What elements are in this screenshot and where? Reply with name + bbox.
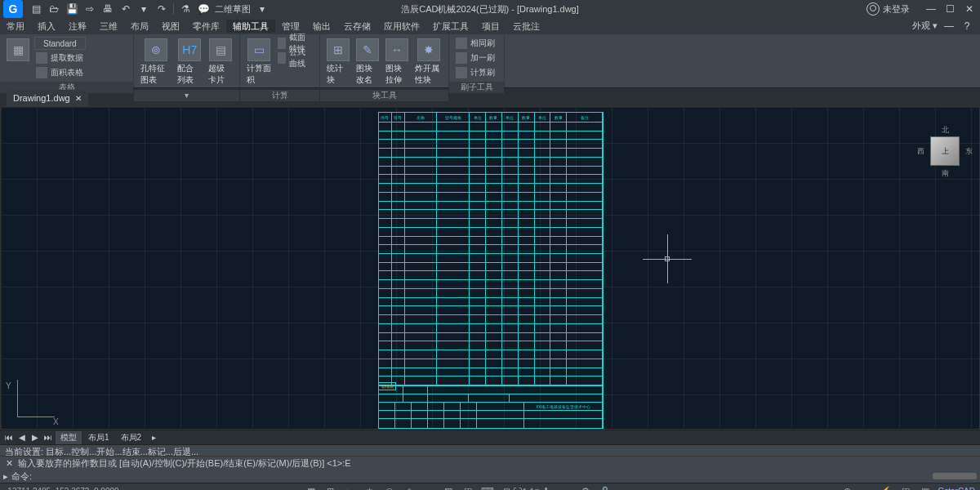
avatar-icon bbox=[866, 2, 880, 16]
print-icon[interactable]: 🖶 bbox=[101, 2, 114, 16]
layout2-tab[interactable]: 布局2 bbox=[116, 431, 147, 444]
table-button[interactable]: ▦ bbox=[5, 37, 31, 63]
ribbon-tab[interactable]: 三维 bbox=[93, 20, 124, 33]
ribbon-tab[interactable]: 项目 bbox=[475, 20, 506, 33]
hole-chart-button[interactable]: ⊚孔特征图表 bbox=[139, 37, 172, 87]
workspace-icon[interactable]: ⚗ bbox=[179, 2, 192, 16]
ribbon-minimize-icon[interactable]: — bbox=[942, 20, 956, 33]
fit-list-button[interactable]: H7配合列表 bbox=[176, 37, 203, 87]
login-status[interactable]: 未登录 bbox=[866, 2, 910, 16]
add-one-brush-button[interactable]: 加一刷 bbox=[454, 51, 497, 65]
workspace-switch-icon[interactable]: ⚙ bbox=[578, 485, 593, 491]
performance-icon[interactable]: ⚡ bbox=[879, 485, 893, 491]
table-style-select[interactable]: Standard bbox=[34, 37, 86, 50]
scale-readout[interactable]: ⛶ 1:1 ▾ bbox=[519, 485, 534, 491]
formula-curve-button[interactable]: 公式曲线 bbox=[276, 51, 314, 65]
close-button[interactable]: ✕ bbox=[965, 3, 977, 15]
sketch-mode-label[interactable]: 二维草图 bbox=[215, 3, 251, 16]
undo-icon[interactable]: ↶ bbox=[119, 2, 132, 16]
ribbon-tab[interactable]: 管理 bbox=[275, 20, 306, 33]
block-rename-button[interactable]: ✎图块改名 bbox=[354, 37, 381, 87]
ribbon-tabs: 常用插入注释三维布局视图零件库辅助工具管理输出云存储应用软件扩展工具项目云批注 … bbox=[0, 18, 980, 34]
maximize-button[interactable]: ☐ bbox=[946, 3, 957, 15]
isolate-icon[interactable]: ◫ bbox=[898, 485, 913, 491]
ribbon-tab[interactable]: 布局 bbox=[124, 20, 155, 33]
drawing-canvas[interactable]: 序号符号名称型号规格单位数量单位数量单位数量备注 XX电工电器设备监督技术中心 … bbox=[0, 106, 980, 430]
lock-ui-icon[interactable]: 🔒 bbox=[598, 485, 612, 491]
dropdown-icon[interactable]: ▾ bbox=[256, 2, 269, 16]
viewcube-east[interactable]: 东 bbox=[965, 146, 973, 157]
snap-toggle-icon[interactable]: ⊞ bbox=[323, 485, 338, 491]
view-cube-face[interactable]: 上 bbox=[930, 136, 960, 166]
lineweight-toggle-icon[interactable]: ≡ bbox=[421, 485, 436, 491]
ribbon-tab[interactable]: 插入 bbox=[31, 20, 62, 33]
view-cube[interactable]: 上 北 南 西 东 bbox=[920, 127, 969, 176]
dynamic-input-icon[interactable]: ⌨ bbox=[480, 485, 495, 491]
help-icon[interactable]: ? bbox=[960, 20, 973, 33]
brand-label: GstarCAD bbox=[938, 487, 975, 490]
otrack-toggle-icon[interactable]: ◈ bbox=[402, 485, 416, 491]
ortho-toggle-icon[interactable]: ∟ bbox=[343, 485, 358, 491]
explode-attr-block-button[interactable]: ✸炸开属性块 bbox=[413, 37, 443, 87]
extract-data-button[interactable]: 提取数据 bbox=[34, 51, 86, 65]
add-layout-icon[interactable]: ▸ bbox=[148, 433, 159, 442]
ribbon-tab[interactable]: 零件库 bbox=[186, 20, 226, 33]
area-table-button[interactable]: 面积表格 bbox=[34, 66, 86, 79]
ribbon-tab[interactable]: 应用软件 bbox=[377, 20, 426, 33]
ribbon-tab[interactable]: 常用 bbox=[0, 20, 31, 33]
command-input[interactable] bbox=[35, 471, 977, 481]
cloud-icon[interactable]: ☁ bbox=[859, 485, 874, 491]
viewcube-north[interactable]: 北 bbox=[942, 125, 949, 136]
transparency-toggle-icon[interactable]: ▨ bbox=[441, 485, 456, 491]
ribbon-tab[interactable]: 输出 bbox=[306, 20, 337, 33]
redo-dropdown-icon[interactable]: ▾ bbox=[137, 2, 150, 16]
grid-toggle-icon[interactable]: ▦ bbox=[304, 485, 318, 491]
model-space-icon[interactable]: ◻ bbox=[500, 485, 514, 491]
osnap-toggle-icon[interactable]: ◎ bbox=[382, 485, 397, 491]
viewcube-south[interactable]: 南 bbox=[942, 168, 949, 179]
model-tab[interactable]: 模型 bbox=[56, 431, 82, 444]
selection-cycle-icon[interactable]: ◫ bbox=[461, 485, 475, 491]
scrollbar-thumb[interactable] bbox=[933, 473, 977, 479]
ribbon-tab[interactable]: 云存储 bbox=[337, 20, 377, 33]
notification-icon[interactable]: ⊕ bbox=[840, 485, 854, 491]
viewcube-west[interactable]: 西 bbox=[917, 146, 924, 157]
ribbon-tab[interactable]: 云批注 bbox=[506, 20, 546, 33]
ribbon-group-expand[interactable]: ▾ bbox=[134, 90, 239, 101]
document-tab-label: Drawing1.dwg bbox=[13, 93, 70, 103]
block-stretch-button[interactable]: ↔图块拉伸 bbox=[384, 37, 410, 87]
calc-area-button[interactable]: ▭计算面积 bbox=[245, 37, 273, 87]
clean-screen-icon[interactable]: ▣ bbox=[918, 485, 933, 491]
layout-first-icon[interactable]: ⏮ bbox=[3, 433, 15, 442]
layout1-tab[interactable]: 布局1 bbox=[83, 431, 114, 444]
command-history: 当前设置: 目标...控制...开始...结束...标记...后退... bbox=[0, 445, 980, 457]
new-icon[interactable]: ▤ bbox=[29, 2, 42, 16]
ribbon-tab[interactable]: 辅助工具 bbox=[226, 20, 275, 33]
export-icon[interactable]: ⇨ bbox=[83, 2, 96, 16]
save-icon[interactable]: 💾 bbox=[65, 2, 78, 16]
redo-icon[interactable]: ↷ bbox=[155, 2, 168, 16]
calc-brush-button[interactable]: 计算刷 bbox=[454, 66, 497, 79]
layout-prev-icon[interactable]: ◀ bbox=[16, 433, 28, 442]
same-brush-button[interactable]: 相同刷 bbox=[454, 37, 497, 50]
minimize-button[interactable]: — bbox=[926, 3, 938, 15]
layout-tabs-bar: ⏮ ◀ ▶ ⏭ 模型 布局1 布局2 ▸ bbox=[0, 430, 980, 444]
layout-last-icon[interactable]: ⏭ bbox=[42, 433, 54, 442]
appearance-menu[interactable]: 外观 ▾ bbox=[912, 20, 938, 33]
title-bar: G ▤ 🗁 💾 ⇨ 🖶 ↶ ▾ ↷ ⚗ 💬 二维草图 ▾ 浩辰CAD机械2024… bbox=[0, 0, 980, 18]
annotation-icon[interactable]: ✚ bbox=[539, 485, 554, 491]
layout-next-icon[interactable]: ▶ bbox=[29, 433, 41, 442]
comment-icon[interactable]: 💬 bbox=[197, 2, 210, 16]
close-icon[interactable]: ✕ bbox=[75, 94, 82, 103]
ribbon-tab[interactable]: 注释 bbox=[62, 20, 93, 33]
ribbon-tab[interactable]: 视图 bbox=[155, 20, 186, 33]
document-tab[interactable]: Drawing1.dwg ✕ bbox=[7, 90, 88, 106]
polar-toggle-icon[interactable]: ✶ bbox=[363, 485, 377, 491]
super-card-button[interactable]: ▤超级卡片 bbox=[207, 37, 234, 87]
block-stats-button[interactable]: ⊞统计块 bbox=[325, 37, 351, 87]
open-icon[interactable]: 🗁 bbox=[47, 2, 60, 16]
command-close-icon[interactable]: ✕ bbox=[3, 458, 15, 469]
command-run-icon[interactable]: ▸ bbox=[3, 471, 8, 482]
annotation-scale-icon[interactable]: ⍋ bbox=[559, 485, 573, 491]
ribbon-tab[interactable]: 扩展工具 bbox=[426, 20, 475, 33]
